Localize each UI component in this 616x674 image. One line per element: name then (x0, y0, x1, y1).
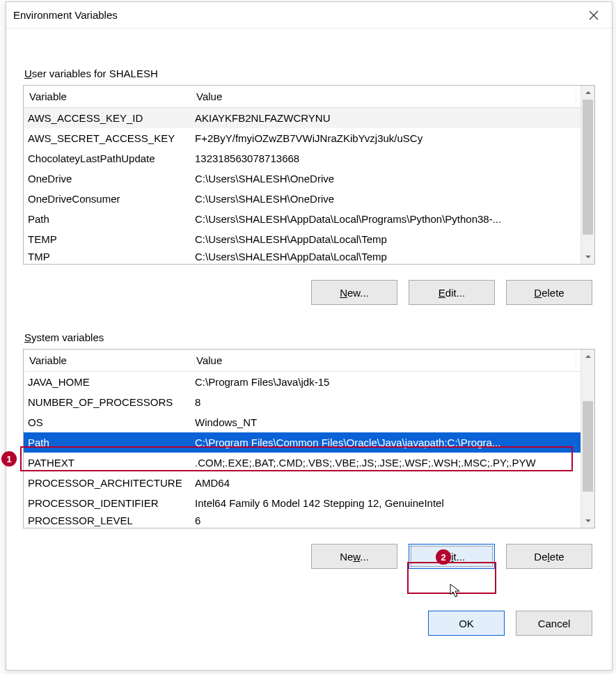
scroll-down-icon[interactable] (581, 250, 594, 264)
table-row[interactable]: NUMBER_OF_PROCESSORS 8 (24, 392, 581, 412)
col-variable[interactable]: Variable (28, 354, 195, 366)
list-header[interactable]: Variable Value (24, 86, 581, 108)
table-row[interactable]: JAVA_HOME C:\Program Files\Java\jdk-15 (24, 372, 581, 392)
dialog-footer: OK Cancel (23, 611, 592, 636)
user-buttons-row: New... Edit... Delete (23, 280, 592, 305)
col-value[interactable]: Value (195, 91, 576, 102)
system-variables-list[interactable]: Variable Value JAVA_HOME C:\Program File… (23, 349, 595, 528)
table-row[interactable]: PROCESSOR_ARCHITECTURE AMD64 (24, 473, 581, 493)
user-edit-button[interactable]: Edit... (409, 280, 495, 305)
system-delete-button[interactable]: Delete (506, 544, 592, 569)
scroll-thumb[interactable] (583, 100, 593, 235)
table-row[interactable]: PROCESSOR_LEVEL 6 (24, 513, 581, 527)
scroll-track[interactable] (581, 100, 594, 250)
scroll-down-icon[interactable] (581, 514, 594, 528)
user-variables-rows: Variable Value AWS_ACCESS_KEY_ID AKIAYKF… (24, 86, 581, 264)
table-row[interactable]: Path C:\Users\SHALESH\AppData\Local\Prog… (24, 209, 581, 229)
table-row[interactable]: ChocolateyLastPathUpdate 132318563078713… (24, 148, 581, 168)
system-buttons-row: New... Edit... Delete (23, 544, 592, 569)
col-value[interactable]: Value (195, 354, 576, 366)
environment-variables-dialog: Environment Variables User variables for… (6, 1, 613, 671)
cancel-button[interactable]: Cancel (516, 611, 592, 636)
scrollbar[interactable] (581, 86, 594, 264)
table-row[interactable]: PATHEXT .COM;.EXE;.BAT;.CMD;.VBS;.VBE;.J… (24, 453, 581, 473)
table-row[interactable]: AWS_SECRET_ACCESS_KEY F+2ByY/fmyiOZwZB7V… (24, 128, 581, 148)
titlebar: Environment Variables (6, 2, 612, 29)
table-row[interactable]: OneDriveConsumer C:\Users\SHALESH\OneDri… (24, 189, 581, 209)
user-variables-list[interactable]: Variable Value AWS_ACCESS_KEY_ID AKIAYKF… (23, 85, 595, 265)
scroll-track[interactable] (581, 363, 594, 514)
table-row[interactable]: PROCESSOR_IDENTIFIER Intel64 Family 6 Mo… (24, 493, 581, 513)
scroll-up-icon[interactable] (581, 86, 594, 100)
ok-button[interactable]: OK (428, 611, 505, 636)
system-variables-label: System variables (24, 331, 595, 343)
dialog-content: User variables for SHALESH Variable Valu… (6, 29, 612, 647)
close-icon (589, 10, 599, 20)
system-edit-button[interactable]: Edit... (409, 544, 495, 569)
table-row[interactable]: AWS_ACCESS_KEY_ID AKIAYKFB2NLFAZWCRYNU (24, 108, 581, 128)
system-new-button[interactable]: New... (311, 544, 397, 569)
col-variable[interactable]: Variable (28, 91, 195, 102)
scroll-up-icon[interactable] (581, 350, 594, 363)
system-variables-rows: Variable Value JAVA_HOME C:\Program File… (24, 350, 581, 528)
table-row[interactable]: OS Windows_NT (24, 412, 581, 432)
user-delete-button[interactable]: Delete (506, 280, 592, 305)
dialog-title: Environment Variables (13, 9, 580, 21)
close-button[interactable] (580, 5, 608, 26)
list-header[interactable]: Variable Value (24, 350, 581, 372)
user-variables-label: User variables for SHALESH (24, 68, 595, 79)
table-row[interactable]: TEMP C:\Users\SHALESH\AppData\Local\Temp (24, 229, 581, 249)
table-row[interactable]: TMP C:\Users\SHALESH\AppData\Local\Temp (24, 249, 581, 263)
user-new-button[interactable]: New... (311, 280, 397, 305)
table-row[interactable]: OneDrive C:\Users\SHALESH\OneDrive (24, 168, 581, 189)
scroll-thumb[interactable] (583, 401, 593, 492)
scrollbar[interactable] (581, 350, 594, 528)
table-row-selected[interactable]: Path C:\Program Files\Common Files\Oracl… (24, 432, 581, 453)
